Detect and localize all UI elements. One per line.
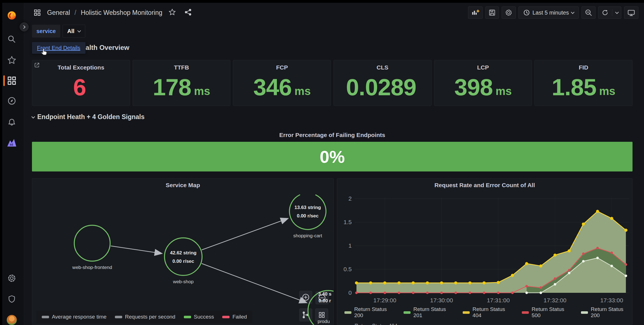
legend-color-swatch — [404, 311, 411, 314]
legend-color-swatch — [184, 316, 191, 318]
chart-legend-item[interactable]: Return Status 200 — [344, 306, 396, 319]
timeseries-plot[interactable]: 00.511.5217:29:0017:30:0017:31:0017:32:0… — [337, 190, 632, 316]
legend-label: Average response time — [52, 314, 106, 320]
save-dashboard-button[interactable] — [485, 6, 499, 19]
variable-value-dropdown[interactable]: All — [62, 25, 85, 38]
breadcrumb-section[interactable]: General — [47, 9, 70, 17]
data-link-tooltip[interactable]: Front End Details — [32, 42, 85, 54]
stat-panel-cls: CLS 0.0289 — [333, 60, 432, 106]
service-map-legend-item[interactable]: Failed — [222, 314, 247, 320]
stat-panel-fcp: FCP 346ms — [233, 60, 331, 106]
stat-panel-fid: FID 1.85ms — [534, 60, 633, 106]
stat-value: 178 — [153, 74, 191, 101]
svg-text:17:33:00: 17:33:00 — [600, 297, 623, 303]
refresh-icon — [601, 9, 609, 16]
legend-label: Return Status 404 — [355, 323, 397, 325]
chart-legend-item[interactable]: Return Status 201 — [404, 306, 455, 319]
stat-unit: ms — [194, 85, 210, 97]
map-hierarchy-layout-button[interactable] — [299, 308, 312, 321]
k6-label: k6 — [10, 143, 13, 146]
map-grid-layout-button[interactable] — [315, 308, 328, 321]
service-map-legend-item[interactable]: Average response time — [42, 314, 106, 320]
search-icon[interactable] — [6, 34, 17, 45]
stat-value: 6 — [73, 74, 86, 101]
chevron-down-icon — [571, 10, 574, 14]
chart-legend-item[interactable]: Return Status 404 — [463, 306, 514, 319]
legend-color-swatch — [344, 311, 351, 314]
sidebar-expand-button[interactable] — [20, 22, 29, 31]
row-section-toggle[interactable]: Endpoint Heath + 4 Golden Signals — [32, 113, 145, 121]
cycle-view-mode-button[interactable] — [624, 6, 638, 19]
external-link-icon[interactable] — [34, 62, 40, 69]
overview-heading: ealth Overview — [82, 44, 129, 52]
chart-legend-item[interactable]: Return Status 500 — [522, 306, 573, 319]
svg-text:0.5: 0.5 — [344, 266, 352, 272]
time-range-label: Last 5 minutes — [532, 10, 569, 16]
chart-legend-item[interactable]: Return Status 200 — [581, 306, 632, 319]
service-map-legend-item[interactable]: Success — [184, 314, 214, 320]
bottom-panels-row: Service Map web-shop-frontend42.62 strin… — [32, 178, 633, 325]
legend-color-swatch — [581, 311, 588, 314]
apps-grid-icon[interactable] — [32, 7, 43, 18]
dashboard-settings-button[interactable] — [502, 6, 516, 19]
chart-legend-item[interactable]: Return Status 404 — [344, 323, 397, 325]
sidebar: k6 — [2, 3, 24, 325]
clock-icon — [523, 9, 530, 16]
k6-icon[interactable]: k6 — [6, 138, 17, 148]
svg-text:17:32:00: 17:32:00 — [544, 297, 567, 303]
settings-gear-icon[interactable] — [6, 273, 17, 284]
service-map-legend: Average response timeRequests per second… — [36, 311, 252, 323]
breadcrumb-dashboard-title[interactable]: Holistic Webshop Monitoring — [81, 9, 162, 17]
svg-text:2: 2 — [348, 195, 352, 202]
legend-label: Return Status 200 — [354, 306, 396, 319]
map-zoom-out-button[interactable] — [316, 291, 328, 304]
refresh-button[interactable] — [598, 6, 621, 19]
stat-value: 0.0289 — [346, 74, 416, 101]
stat-panel-ttfb: TTFB 178ms — [133, 60, 231, 106]
row-section-label: Endpoint Heath + 4 Golden Signals — [37, 113, 145, 121]
server-admin-shield-icon[interactable] — [6, 294, 17, 305]
map-zoom-in-button[interactable] — [299, 291, 312, 304]
legend-color-swatch — [115, 316, 122, 318]
service-map-panel: Service Map web-shop-frontend42.62 strin… — [32, 178, 334, 325]
profile-avatar[interactable] — [6, 315, 17, 325]
legend-label: Return Status 201 — [413, 306, 455, 319]
add-panel-button[interactable] — [468, 6, 483, 19]
svg-text:17:31:00: 17:31:00 — [487, 297, 510, 303]
chevron-down-icon — [77, 29, 81, 32]
stat-unit: ms — [495, 85, 512, 97]
svg-text:13.63 string: 13.63 string — [295, 205, 321, 210]
request-rate-chart-panel: Request Rate and Error Count of All 00.5… — [337, 178, 633, 325]
starred-dashboards-icon[interactable] — [6, 55, 17, 66]
error-bar-value: 0% — [320, 147, 345, 167]
svg-text:17:30:00: 17:30:00 — [430, 297, 453, 303]
alerting-bell-icon[interactable] — [6, 117, 17, 128]
stat-value: 346 — [253, 74, 292, 101]
star-dashboard-icon[interactable] — [168, 8, 176, 17]
stat-panel-lcp: LCP 398ms — [434, 60, 532, 106]
main-content: General / Holistic Webshop Monitoring — [24, 3, 644, 325]
mouse-cursor-icon — [40, 48, 48, 57]
variable-value: All — [67, 28, 75, 34]
legend-label: Failed — [232, 314, 247, 320]
zoom-out-time-button[interactable] — [582, 6, 596, 19]
refresh-interval-chevron-icon — [615, 10, 619, 14]
stat-panels-row: Total Exceptions 6 TTFB 178ms FCP 346ms … — [32, 60, 633, 106]
grafana-logo-icon[interactable] — [6, 10, 17, 20]
legend-label: Return Status 500 — [532, 306, 573, 319]
explore-compass-icon[interactable] — [6, 96, 17, 106]
time-range-picker[interactable]: Last 5 minutes — [518, 6, 579, 19]
service-map-title: Service Map — [32, 182, 333, 189]
service-map-legend-item[interactable]: Requests per second — [115, 314, 175, 320]
legend-color-swatch — [463, 311, 470, 314]
service-map-graph[interactable]: web-shop-frontend42.62 string0.00 r/secw… — [32, 178, 334, 325]
dashboards-icon[interactable] — [6, 75, 17, 86]
share-icon[interactable] — [184, 8, 192, 17]
svg-text:web-shop: web-shop — [173, 279, 194, 284]
breadcrumb-separator: / — [75, 9, 76, 17]
stat-unit: ms — [295, 85, 311, 97]
svg-text:1.5: 1.5 — [344, 219, 352, 225]
svg-text:42.62 string: 42.62 string — [170, 250, 197, 256]
grafana-app: k6 General / Holistic Webshop Monitoring — [2, 3, 644, 325]
chart-legend: Return Status 200Return Status 201Return… — [344, 306, 632, 325]
